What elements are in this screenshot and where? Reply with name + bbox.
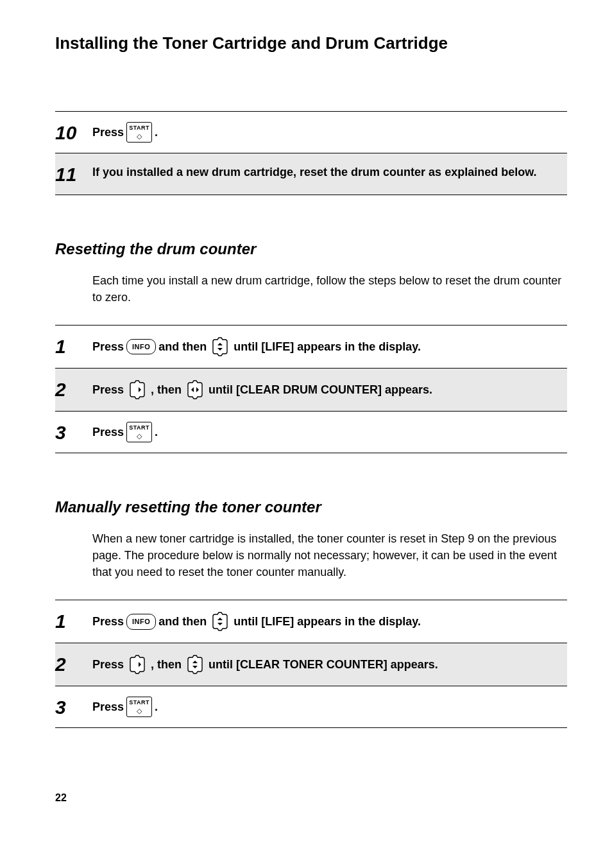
step-number: 10 xyxy=(55,122,92,143)
step-content: Press , then until [CLEAR DRUM COUNTER] … xyxy=(92,379,561,401)
step-number: 1 xyxy=(55,611,92,631)
step-text-fragment: Press xyxy=(92,699,124,716)
step-content: Press INFO and then until [LIFE] appears… xyxy=(92,336,561,358)
section-heading: Manually resetting the toner counter xyxy=(55,498,567,516)
step-row: 11If you installed a new drum cartridge,… xyxy=(55,153,567,195)
step-text-fragment: Press xyxy=(92,613,124,630)
nav-button-icon xyxy=(184,379,206,401)
nav-button-icon xyxy=(126,654,148,675)
step-text-fragment: and then xyxy=(158,338,207,356)
info-button-icon: INFO xyxy=(126,339,156,355)
step-content: Press START◇. xyxy=(92,422,561,442)
section-body: When a new toner cartridge is installed,… xyxy=(92,530,567,580)
section-body: Each time you install a new drum cartrid… xyxy=(92,272,567,306)
step-row: 3Press START◇. xyxy=(55,411,567,453)
step-text-fragment: Press xyxy=(92,424,124,441)
step-number: 3 xyxy=(55,697,92,717)
step-text-fragment: Press xyxy=(92,656,124,673)
section-heading: Resetting the drum counter xyxy=(55,240,567,258)
step-content: If you installed a new drum cartridge, r… xyxy=(92,164,561,181)
step-content: Press , then until [CLEAR TONER COUNTER]… xyxy=(92,654,561,675)
page-title: Installing the Toner Cartridge and Drum … xyxy=(55,33,567,53)
step-text-fragment: , then xyxy=(151,656,182,673)
step-number: 11 xyxy=(55,164,92,184)
step-number: 1 xyxy=(55,336,92,356)
step-text-fragment: Press xyxy=(92,381,124,399)
nav-button-icon xyxy=(184,654,206,675)
step-content: Press INFO and then until [LIFE] appears… xyxy=(92,611,561,632)
nav-button-icon xyxy=(209,336,231,358)
step-row: 1Press INFO and then until [LIFE] appear… xyxy=(55,325,567,368)
step-content: Press START◇. xyxy=(92,697,561,717)
step-number: 2 xyxy=(55,379,92,399)
step-row: 2Press , then until [CLEAR TONER COUNTER… xyxy=(55,643,567,686)
step-text-fragment: until [LIFE] appears in the display. xyxy=(234,338,421,356)
step-text-fragment: Press xyxy=(92,338,124,356)
step-text-fragment: until [CLEAR TONER COUNTER] appears. xyxy=(208,656,438,673)
step-text-fragment: Press xyxy=(92,124,124,141)
nav-button-icon xyxy=(209,611,231,632)
step-row: 10Press START◇. xyxy=(55,111,567,153)
step-text-fragment: , then xyxy=(151,381,182,399)
step-content: Press START◇. xyxy=(92,122,561,143)
step-text-fragment: If you installed a new drum cartridge, r… xyxy=(92,164,537,181)
step-row: 2Press , then until [CLEAR DRUM COUNTER]… xyxy=(55,368,567,411)
start-button-icon: START◇ xyxy=(126,422,152,442)
step-row: 1Press INFO and then until [LIFE] appear… xyxy=(55,600,567,643)
page-number: 22 xyxy=(55,792,567,804)
step-text-fragment: . xyxy=(155,124,158,141)
step-text-fragment: until [LIFE] appears in the display. xyxy=(234,613,421,630)
step-text-fragment: . xyxy=(155,699,158,716)
start-button-icon: START◇ xyxy=(126,697,152,717)
step-row: 3Press START◇. xyxy=(55,686,567,728)
step-text-fragment: and then xyxy=(158,613,207,630)
start-button-icon: START◇ xyxy=(126,122,152,143)
step-number: 3 xyxy=(55,422,92,442)
info-button-icon: INFO xyxy=(126,614,156,630)
nav-button-icon xyxy=(126,379,148,401)
step-number: 2 xyxy=(55,654,92,674)
step-text-fragment: . xyxy=(155,424,158,441)
step-text-fragment: until [CLEAR DRUM COUNTER] appears. xyxy=(208,381,432,399)
